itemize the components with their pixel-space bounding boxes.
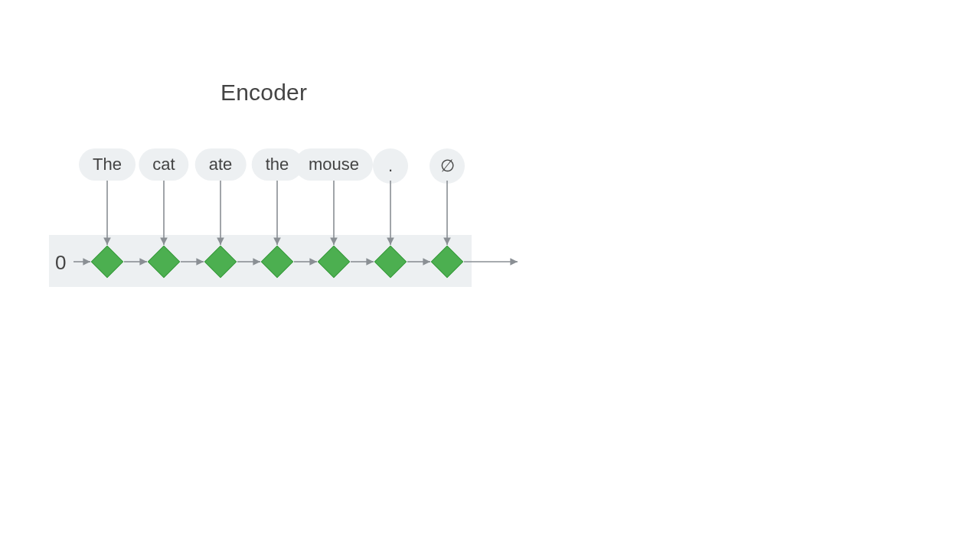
token-pill: ate xyxy=(195,148,247,181)
token-pill: cat xyxy=(139,148,188,181)
token-pill: The xyxy=(79,148,136,181)
diagram-title: Encoder xyxy=(220,80,307,106)
initial-state-label: 0 xyxy=(55,251,66,275)
encoder-diagram: Encoder 0 Thecatatethemouse.∅ xyxy=(0,0,980,551)
token-pill: mouse xyxy=(295,148,373,181)
token-pill: . xyxy=(373,148,408,184)
token-pill: ∅ xyxy=(430,148,465,184)
